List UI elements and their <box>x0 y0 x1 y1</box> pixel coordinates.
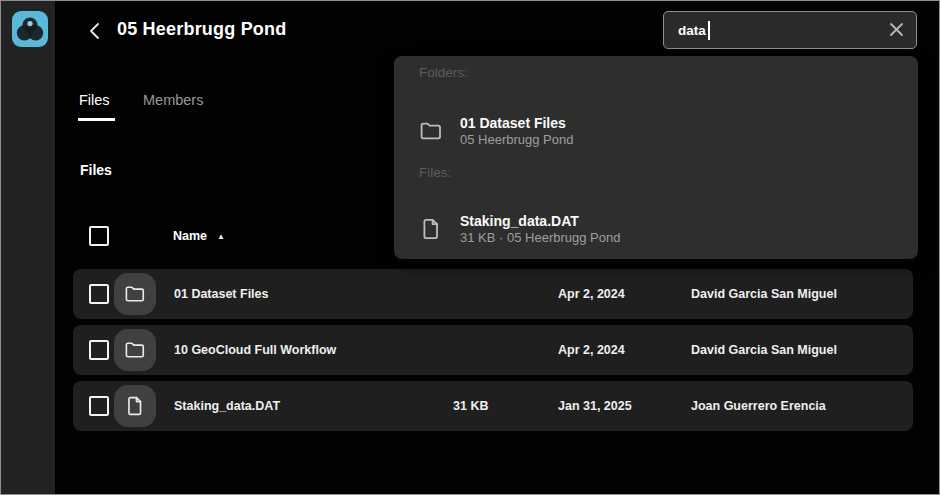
search-box[interactable] <box>663 11 917 49</box>
file-icon <box>419 217 443 241</box>
row-date: Apr 2, 2024 <box>558 269 625 319</box>
result-subtitle: 31 KB · 05 Heerbrugg Pond <box>460 230 620 246</box>
page-title: 05 Heerbrugg Pond <box>117 19 286 40</box>
row-owner: David Garcia San Miguel <box>691 325 837 375</box>
result-title: Staking_data.DAT <box>460 213 620 230</box>
app-window: 05 Heerbrugg Pond Files Members Files Na… <box>0 0 940 495</box>
files-group-label: Files: <box>419 165 451 180</box>
search-input[interactable] <box>664 12 916 48</box>
result-text: 01 Dataset Files 05 Heerbrugg Pond <box>460 115 573 148</box>
column-header-name[interactable]: Name▲ <box>173 229 225 243</box>
tab-members-label: Members <box>143 92 203 108</box>
folder-icon <box>419 119 443 143</box>
table-row[interactable]: Staking_data.DAT 31 KB Jan 31, 2025 Joan… <box>73 381 913 431</box>
text-caret <box>708 21 710 40</box>
tab-files[interactable]: Files <box>79 92 110 108</box>
row-checkbox[interactable] <box>89 340 109 360</box>
chevron-left-icon <box>84 20 106 42</box>
result-text: Staking_data.DAT 31 KB · 05 Heerbrugg Po… <box>460 213 620 246</box>
row-date: Jan 31, 2025 <box>558 381 632 431</box>
geocloud-logo-icon[interactable] <box>12 11 48 47</box>
search-result-file[interactable]: Staking_data.DAT 31 KB · 05 Heerbrugg Po… <box>419 206 889 252</box>
table-row[interactable]: 10 GeoCloud Full Workflow Apr 2, 2024 Da… <box>73 325 913 375</box>
folder-icon <box>114 273 156 315</box>
sort-ascending-icon: ▲ <box>217 232 225 241</box>
back-button[interactable] <box>83 20 107 44</box>
row-owner: David Garcia San Miguel <box>691 269 837 319</box>
sidebar <box>1 1 56 494</box>
table-row[interactable]: 01 Dataset Files Apr 2, 2024 David Garci… <box>73 269 913 319</box>
file-table: 01 Dataset Files Apr 2, 2024 David Garci… <box>73 269 913 437</box>
row-date: Apr 2, 2024 <box>558 325 625 375</box>
logo-trefoil <box>12 11 48 47</box>
row-size: 31 KB <box>453 381 488 431</box>
row-owner: Joan Guerrero Erencia <box>691 381 826 431</box>
search-result-folder[interactable]: 01 Dataset Files 05 Heerbrugg Pond <box>419 108 889 154</box>
result-title: 01 Dataset Files <box>460 115 573 132</box>
row-checkbox[interactable] <box>89 396 109 416</box>
row-name: 01 Dataset Files <box>174 269 269 319</box>
folder-icon <box>114 329 156 371</box>
close-icon <box>888 21 905 38</box>
files-section-heading: Files <box>80 162 112 178</box>
file-icon <box>114 385 156 427</box>
search-results-panel: Folders: 01 Dataset Files 05 Heerbrugg P… <box>394 56 918 259</box>
clear-search-button[interactable] <box>884 19 908 43</box>
row-name: Staking_data.DAT <box>174 381 280 431</box>
select-all-checkbox[interactable] <box>89 226 109 246</box>
tab-members[interactable]: Members <box>143 92 203 108</box>
row-checkbox[interactable] <box>89 284 109 304</box>
name-column-label: Name <box>173 229 207 243</box>
folders-group-label: Folders: <box>419 65 468 80</box>
row-name: 10 GeoCloud Full Workflow <box>174 325 336 375</box>
tab-files-label: Files <box>79 92 110 108</box>
result-subtitle: 05 Heerbrugg Pond <box>460 132 573 148</box>
